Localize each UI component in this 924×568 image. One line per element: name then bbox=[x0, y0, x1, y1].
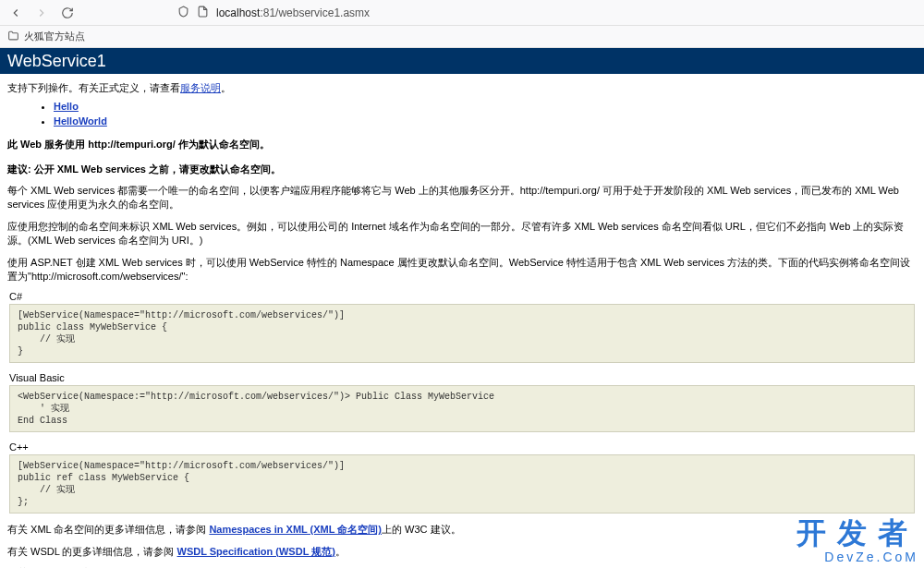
operation-list: Hello HelloWorld bbox=[7, 101, 917, 127]
cpp-label: C++ bbox=[9, 441, 917, 453]
back-button[interactable] bbox=[7, 5, 24, 21]
namespace-current: 此 Web 服务使用 http://tempuri.org/ 作为默认命名空间。 bbox=[7, 138, 917, 151]
page-header: WebService1 bbox=[0, 48, 924, 74]
namespace-para1: 每个 XML Web services 都需要一个唯一的命名空间，以便客户端应用… bbox=[7, 184, 917, 212]
xmlns-more: 有关 XML 命名空间的更多详细信息，请参阅 Namespaces in XML… bbox=[7, 523, 917, 537]
url-text: localhost:81/webservice1.asmx bbox=[216, 6, 370, 19]
reload-button[interactable] bbox=[59, 5, 76, 21]
vb-label: Visual Basic bbox=[9, 372, 917, 383]
service-description-link[interactable]: 服务说明 bbox=[180, 82, 221, 93]
shield-icon bbox=[177, 6, 189, 19]
wsdl-link[interactable]: WSDL Specification (WSDL 规范) bbox=[177, 546, 335, 557]
page-icon bbox=[197, 6, 209, 19]
forward-button[interactable] bbox=[33, 5, 50, 21]
intro-text: 支持下列操作。有关正式定义，请查看服务说明。 bbox=[7, 81, 917, 95]
watermark-en: DevZe.CoM bbox=[796, 550, 918, 564]
list-item: Hello bbox=[54, 101, 917, 112]
bookmark-bar: 火狐官方站点 bbox=[0, 26, 924, 48]
vb-code: <WebService(Namespace:="http://microsoft… bbox=[9, 385, 915, 432]
operation-link-helloworld[interactable]: HelloWorld bbox=[54, 115, 107, 127]
csharp-code: [WebService(Namespace="http://microsoft.… bbox=[9, 304, 915, 363]
xmlns-link[interactable]: Namespaces in XML (XML 命名空间) bbox=[209, 524, 382, 535]
watermark: 开发者 DevZe.CoM bbox=[796, 518, 918, 564]
bookmark-item[interactable]: 火狐官方站点 bbox=[24, 30, 85, 43]
browser-toolbar: localhost:81/webservice1.asmx bbox=[0, 0, 924, 26]
wsdl-more: 有关 WSDL 的更多详细信息，请参阅 WSDL Specification (… bbox=[7, 545, 917, 559]
list-item: HelloWorld bbox=[54, 115, 917, 127]
cpp-code: [WebService(Namespace="http://microsoft.… bbox=[9, 454, 915, 514]
page-title: WebService1 bbox=[7, 52, 106, 71]
address-bar[interactable]: localhost:81/webservice1.asmx bbox=[177, 6, 370, 19]
namespace-para3: 使用 ASP.NET 创建 XML Web services 时，可以使用 We… bbox=[7, 256, 917, 284]
folder-icon bbox=[7, 30, 19, 43]
csharp-label: C# bbox=[9, 291, 917, 302]
operation-link-hello[interactable]: Hello bbox=[54, 101, 79, 112]
namespace-recommend: 建议: 公开 XML Web services 之前，请更改默认命名空间。 bbox=[7, 163, 917, 176]
namespace-para2: 应使用您控制的命名空间来标识 XML Web services。例如，可以使用公… bbox=[7, 220, 917, 248]
watermark-cn: 开发者 bbox=[796, 518, 918, 548]
content-area: 支持下列操作。有关正式定义，请查看服务说明。 Hello HelloWorld … bbox=[0, 74, 924, 568]
